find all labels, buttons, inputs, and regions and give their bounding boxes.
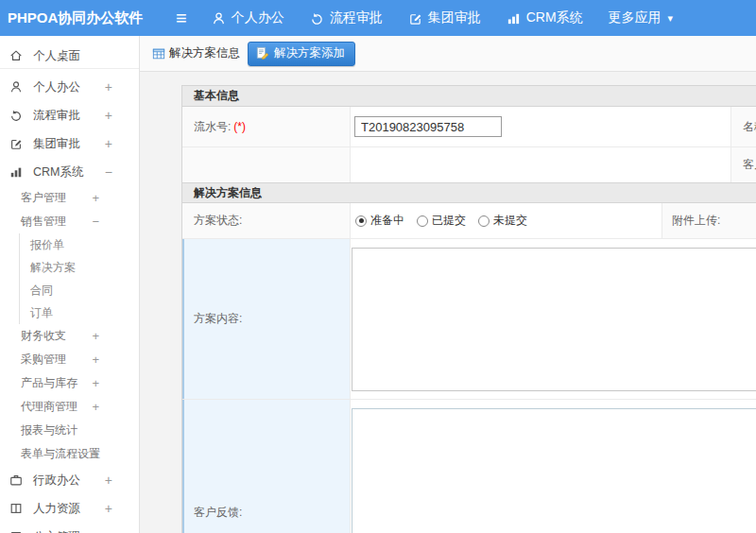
sidebar-item-label: 订单 <box>30 305 53 321</box>
sidebar: 个人桌面 个人办公 + 流程审批 + 集团审批 + CRM系统 − 客户管理 +… <box>0 36 140 533</box>
expand-toggle[interactable]: + <box>105 108 112 123</box>
sidebar-item[interactable]: 流程审批 + <box>0 101 139 129</box>
topbar-nav-item[interactable]: 流程审批 <box>310 9 383 26</box>
sidebar-item-label: CRM系统 <box>33 164 83 181</box>
sidebar-item-label: 采购管理 <box>21 352 66 368</box>
status-radio-option[interactable]: 准备中 <box>355 213 404 229</box>
serial-label: 流水号: (*) <box>182 107 351 146</box>
grid-icon <box>152 47 165 60</box>
sidebar-item-label: 代理商管理 <box>21 399 77 415</box>
nav-item-label: CRM系统 <box>526 9 583 26</box>
undo-icon <box>310 11 324 26</box>
sidebar-item-label: 解决方案 <box>30 260 76 276</box>
sidebar-item-label: 报表与统计 <box>21 422 77 438</box>
serial-input[interactable] <box>354 116 502 137</box>
topbar-nav: 个人办公 流程审批 集团审批 CRM系统 更多应用 ▾ <box>212 9 698 26</box>
radio-label: 未提交 <box>493 213 527 229</box>
content-label: 方案内容: <box>182 239 351 399</box>
topbar-nav-item[interactable]: 集团审批 <box>408 9 481 26</box>
expand-toggle[interactable]: − <box>92 215 99 229</box>
person-icon <box>212 11 226 26</box>
tab-solution-add[interactable]: 解决方案添加 <box>248 42 355 66</box>
expand-toggle[interactable]: + <box>105 501 112 516</box>
sidebar-item[interactable]: 合同 <box>0 279 139 301</box>
empty-cell <box>182 147 351 182</box>
caret-down-icon: ▾ <box>668 12 674 25</box>
app-logo: PHPOA协同办公软件 <box>8 9 163 27</box>
section-solution-info: 解决方案信息 <box>182 182 756 203</box>
book-icon <box>9 502 25 515</box>
nav-item-label: 流程审批 <box>330 9 383 26</box>
sidebar-item[interactable]: 个人办公 + <box>0 73 139 101</box>
topbar-nav-item[interactable]: 个人办公 <box>212 9 284 26</box>
serial-field <box>351 107 731 146</box>
feedback-row: 客户反馈: <box>182 399 756 533</box>
expand-toggle[interactable]: + <box>105 473 112 488</box>
topbar-nav-item[interactable]: 更多应用 ▾ <box>609 9 674 26</box>
status-radio-group: 准备中 已提交 未提交 <box>351 203 662 238</box>
expand-toggle[interactable]: + <box>92 376 99 390</box>
menu-icon[interactable]: ≡ <box>176 9 187 27</box>
briefcase-icon <box>9 473 25 487</box>
sidebar-item[interactable]: 表单与流程设置 + <box>0 442 139 466</box>
main-content: 解决方案信息 解决方案添加 基本信息 流水号: (*) 名称 客户 解决方案信息… <box>140 36 756 533</box>
radio-icon <box>478 215 490 227</box>
sidebar-item[interactable]: 集团审批 + <box>0 129 139 158</box>
feedback-field <box>351 400 756 533</box>
expand-toggle[interactable]: + <box>92 400 99 414</box>
feedback-textarea[interactable] <box>352 408 756 533</box>
topbar-nav-item[interactable]: CRM系统 <box>507 9 583 26</box>
sidebar-item[interactable]: 行政办公 + <box>0 466 139 494</box>
sidebar-item-label: 人力资源 <box>33 501 80 517</box>
sidebar-item[interactable]: 个人桌面 <box>0 43 139 69</box>
attachment-label: 附件上传: <box>662 203 756 238</box>
expand-toggle[interactable]: + <box>105 79 112 95</box>
customer-row: 客户 <box>182 146 756 182</box>
expand-toggle[interactable]: + <box>105 529 112 533</box>
content-row: 方案内容: <box>182 238 756 399</box>
expand-toggle[interactable]: + <box>92 352 99 367</box>
sidebar-item-label: 财务收支 <box>21 328 66 344</box>
sidebar-item[interactable]: 报表与统计 <box>0 419 139 442</box>
status-label: 方案状态: <box>182 203 351 238</box>
sidebar-item[interactable]: 代理商管理 + <box>0 395 139 419</box>
feedback-label: 客户反馈: <box>182 400 351 533</box>
status-radio-option[interactable]: 未提交 <box>478 213 527 229</box>
sidebar-item-label: 报价单 <box>30 237 64 253</box>
expand-toggle[interactable]: + <box>92 447 99 461</box>
sidebar-item[interactable]: 产品与库存 + <box>0 371 139 395</box>
empty-cell <box>351 147 731 182</box>
status-radio-option[interactable]: 已提交 <box>417 213 466 229</box>
content-field <box>351 239 756 399</box>
tab-solution-info[interactable]: 解决方案信息 <box>152 45 240 61</box>
nav-item-label: 集团审批 <box>428 9 481 26</box>
sidebar-item-label: 客户管理 <box>21 190 66 206</box>
sidebar-item[interactable]: 客户管理 + <box>0 186 139 210</box>
edit-icon <box>408 11 422 26</box>
sidebar-item[interactable]: 采购管理 + <box>0 348 139 371</box>
sidebar-item-label: 公文管理 <box>33 529 80 533</box>
tab-label: 解决方案信息 <box>169 45 240 61</box>
sidebar-item[interactable]: 公文管理 + <box>0 523 139 533</box>
radio-label: 已提交 <box>432 213 466 229</box>
sidebar-item[interactable]: 人力资源 + <box>0 494 139 523</box>
sidebar-item[interactable]: 报价单 <box>0 233 139 256</box>
radio-label: 准备中 <box>370 213 404 229</box>
content-textarea[interactable] <box>352 248 756 391</box>
topbar: PHPOA协同办公软件 ≡ 个人办公 流程审批 集团审批 CRM系统 更多应 <box>0 0 756 36</box>
sidebar-item[interactable]: 财务收支 + <box>0 324 139 348</box>
sidebar-item-label: 行政办公 <box>33 473 80 489</box>
status-row: 方案状态: 准备中 已提交 未提交 附件上传: <box>182 203 756 238</box>
expand-toggle[interactable]: + <box>105 136 112 151</box>
sidebar-item[interactable]: 订单 <box>0 301 139 324</box>
sidebar-item[interactable]: CRM系统 − <box>0 158 139 186</box>
sidebar-item-label: 产品与库存 <box>21 375 77 391</box>
expand-toggle[interactable]: + <box>92 329 99 343</box>
sidebar-item-label: 合同 <box>30 283 53 299</box>
tab-label: 解决方案添加 <box>274 45 345 61</box>
chart-icon <box>9 165 25 179</box>
sidebar-item[interactable]: 销售管理 − <box>0 210 139 233</box>
expand-toggle[interactable]: + <box>92 191 99 205</box>
sidebar-item[interactable]: 解决方案 <box>0 256 139 279</box>
expand-toggle[interactable]: − <box>105 164 112 180</box>
